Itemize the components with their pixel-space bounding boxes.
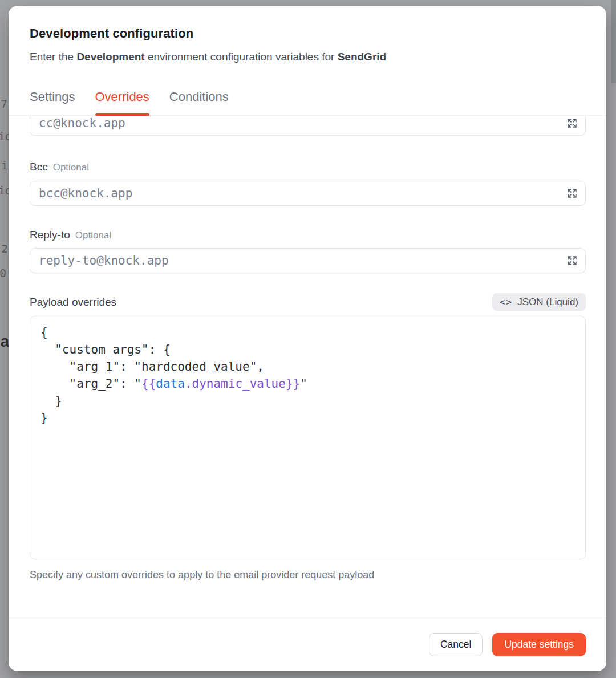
code-line: } xyxy=(40,392,575,409)
code-line: } xyxy=(40,409,575,427)
reply-to-input[interactable] xyxy=(30,248,586,273)
modal-scroll-area[interactable]: Bcc Optional Reply-to Optional xyxy=(9,116,606,615)
env-name: Development xyxy=(76,51,144,63)
modal-title: Development configuration xyxy=(30,26,586,41)
bg-text-fragment: i xyxy=(1,159,8,172)
reply-to-expand-button[interactable] xyxy=(565,254,579,267)
tab-overrides[interactable]: Overrides xyxy=(95,81,149,115)
payload-overrides-label: Payload overrides xyxy=(30,296,116,308)
bcc-input[interactable] xyxy=(30,181,586,206)
modal-footer: Cancel Update settings xyxy=(9,618,606,671)
bcc-label: Bcc xyxy=(30,161,48,173)
bg-text-fragment: 0 xyxy=(0,266,6,280)
code-line: "arg_2": "{{data.dynamic_value}}" xyxy=(40,375,575,392)
cc-input[interactable] xyxy=(30,116,586,136)
cc-field-wrapper xyxy=(30,116,586,136)
payload-help-text: Specify any custom overrides to apply to… xyxy=(30,569,586,581)
bg-text-fragment: 2 xyxy=(1,242,8,255)
page-scrollbar-thumb xyxy=(611,0,616,83)
code-line: "custom_args": { xyxy=(40,341,575,358)
code-line: { xyxy=(40,324,575,341)
modal-subtitle: Enter the Development environment config… xyxy=(30,50,586,64)
tab-conditions[interactable]: Conditions xyxy=(169,81,229,115)
cancel-button[interactable]: Cancel xyxy=(429,633,483,656)
update-settings-button[interactable]: Update settings xyxy=(492,633,586,656)
development-configuration-modal: Development configuration Enter the Deve… xyxy=(9,6,606,671)
bg-text-fragment: a xyxy=(1,333,9,351)
reply-to-field-wrapper xyxy=(30,248,586,273)
bg-text-fragment: 7 xyxy=(1,97,7,111)
badge-label: JSON (Liquid) xyxy=(517,297,578,308)
expand-icon xyxy=(566,117,578,129)
tab-settings[interactable]: Settings xyxy=(30,81,75,115)
tab-bar: Settings Overrides Conditions xyxy=(9,81,606,116)
bcc-field-wrapper xyxy=(30,181,586,206)
bcc-expand-button[interactable] xyxy=(565,186,579,200)
reply-to-optional-label: Optional xyxy=(75,230,111,241)
code-brackets-icon: <> xyxy=(500,297,513,307)
reply-to-label: Reply-to xyxy=(30,229,70,241)
json-liquid-badge: <> JSON (Liquid) xyxy=(492,293,586,311)
payload-overrides-editor[interactable]: { "custom_args": { "arg_1": "hardcoded_v… xyxy=(30,316,586,559)
expand-icon xyxy=(566,254,578,267)
bcc-label-row: Bcc Optional xyxy=(30,161,586,173)
modal-header: Development configuration Enter the Deve… xyxy=(9,6,606,64)
expand-icon xyxy=(566,187,578,200)
bcc-optional-label: Optional xyxy=(53,162,89,173)
code-line: "arg_1": "hardcoded_value", xyxy=(40,358,575,375)
payload-overrides-header: Payload overrides <> JSON (Liquid) xyxy=(30,293,586,311)
provider-name: SendGrid xyxy=(338,51,387,63)
cc-expand-button[interactable] xyxy=(565,116,579,130)
reply-to-label-row: Reply-to Optional xyxy=(30,229,586,241)
